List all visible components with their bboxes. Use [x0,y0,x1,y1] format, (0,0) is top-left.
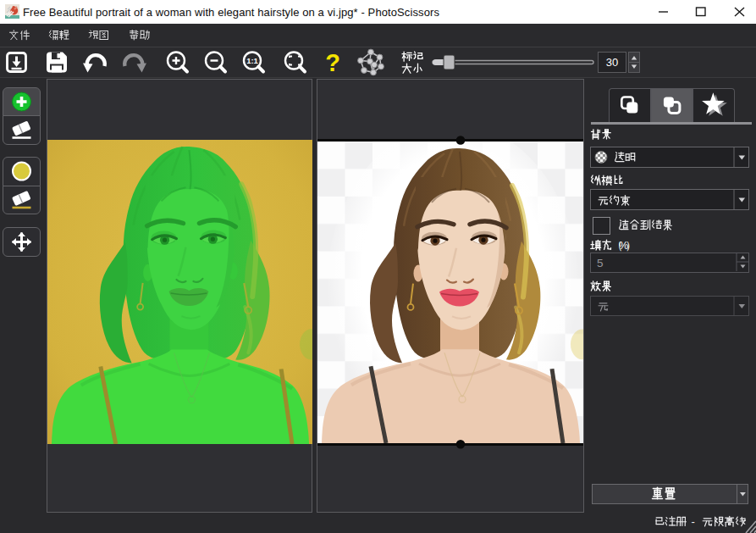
svg-text:1:1: 1:1 [246,56,258,65]
svg-text:?: ? [325,49,340,76]
svg-text:-: - [692,514,695,527]
svg-text:）: ） [626,239,637,252]
